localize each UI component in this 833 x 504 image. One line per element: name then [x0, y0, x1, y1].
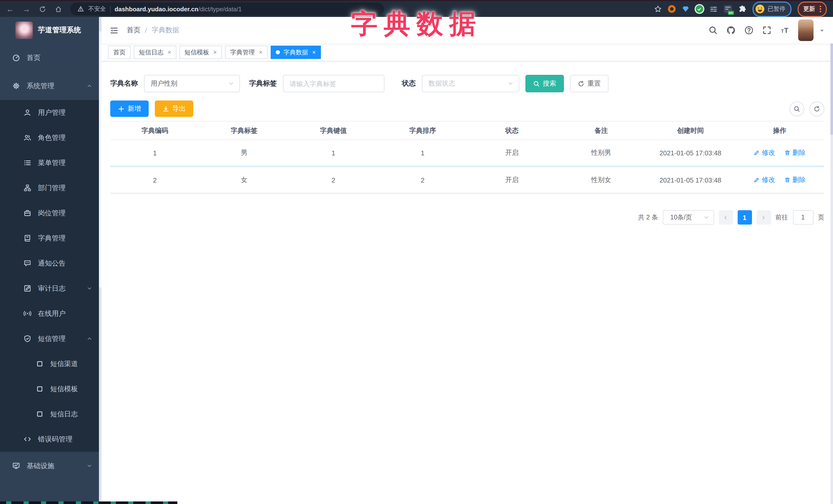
tab-dict-data[interactable]: 字典数据× — [271, 46, 321, 59]
sidebar-item-home[interactable]: 首页 — [0, 44, 101, 72]
export-button[interactable]: 导出 — [155, 100, 193, 117]
data-table: 字典编码 字典标签 字典键值 字典排序 状态 备注 创建时间 操作 — [110, 121, 824, 194]
user-avatar[interactable] — [798, 20, 813, 41]
extension-gem-icon[interactable] — [682, 5, 689, 13]
tab-sms-template[interactable]: 短信模板× — [180, 46, 222, 59]
sidebar-item-sms-log[interactable]: 短信日志 — [0, 402, 101, 427]
toggle-search-button[interactable] — [789, 101, 804, 116]
add-button[interactable]: 新增 — [110, 100, 149, 117]
chevron-down-icon — [703, 214, 709, 220]
extension-green-check-icon[interactable] — [695, 5, 703, 13]
sidebar-collapse-icon[interactable] — [110, 26, 118, 34]
sidebar-item-dict-management[interactable]: 字典管理 — [0, 225, 101, 251]
shield-check-icon — [24, 335, 31, 342]
dict-name-value: 用户性别 — [151, 79, 177, 88]
browser-back-button[interactable]: ← — [6, 5, 14, 13]
browser-home-button[interactable] — [55, 5, 62, 13]
github-icon[interactable] — [727, 26, 736, 35]
status-label: 状态 — [402, 79, 416, 88]
page-size-select[interactable]: 10条/页 — [663, 210, 714, 224]
reset-button[interactable]: 重置 — [570, 75, 609, 92]
breadcrumb-separator: / — [145, 26, 147, 34]
help-icon[interactable] — [744, 26, 754, 35]
col-dict-code: 字典编码 — [110, 121, 199, 140]
refresh-table-button[interactable] — [809, 101, 824, 116]
search-button[interactable]: 搜索 — [525, 75, 564, 92]
edit-link[interactable]: 修改 — [754, 175, 775, 185]
sync-paused-label: 已暂停 — [768, 5, 785, 13]
font-size-icon[interactable] — [780, 26, 789, 35]
chevron-right-icon — [761, 215, 766, 220]
list-icon — [24, 159, 31, 167]
sidebar-item-user-management[interactable]: 用户管理 — [0, 100, 101, 125]
close-icon[interactable]: × — [259, 49, 262, 55]
sidebar-item-sms-management[interactable]: 短信管理 — [0, 326, 101, 351]
edit-link[interactable]: 修改 — [754, 148, 775, 158]
browser-menu-dots-icon[interactable] — [820, 6, 821, 12]
sidebar-logo-row[interactable]: 芋道管理系统 — [0, 17, 101, 44]
url-text: dashboard.yudao.iocoder.cn/dict/type/dat… — [115, 5, 242, 13]
table-header-row: 字典编码 字典标签 字典键值 字典排序 状态 备注 创建时间 操作 — [110, 121, 824, 140]
sidebar-item-role-management[interactable]: 角色管理 — [0, 125, 101, 150]
dict-name-select[interactable]: 用户性别 — [144, 75, 240, 92]
status-value: 开启 — [467, 140, 556, 166]
refresh-icon — [578, 80, 585, 87]
browser-address-bar[interactable]: 不安全 dashboard.yudao.iocoder.cn/dict/type… — [70, 3, 384, 16]
speech-bubble-icon — [24, 259, 31, 267]
total-count-label: 共 2 条 — [638, 213, 658, 222]
sidebar-item-post-management[interactable]: 岗位管理 — [0, 200, 101, 225]
sidebar-item-online-users[interactable]: 在线用户 — [0, 301, 101, 326]
close-icon[interactable]: × — [312, 49, 316, 55]
tab-sms-log[interactable]: 短信日志× — [134, 46, 176, 59]
dict-label-input[interactable] — [283, 75, 384, 92]
delete-link[interactable]: 删除 — [784, 148, 806, 158]
browser-update-button[interactable]: 更新 — [798, 1, 827, 17]
sidebar-item-sms-template[interactable]: 短信模板 — [0, 376, 101, 402]
close-icon[interactable]: × — [213, 49, 217, 55]
extensions-puzzle-icon[interactable] — [738, 5, 746, 13]
gear-icon — [12, 82, 20, 90]
prev-page-button[interactable] — [718, 210, 733, 224]
chevron-down-icon — [87, 463, 92, 469]
sidebar-item-menu-management[interactable]: 菜单管理 — [0, 150, 101, 175]
trash-icon — [784, 177, 790, 183]
extension-orange-ring-icon[interactable] — [668, 5, 675, 13]
status-select[interactable]: 数据状态 — [422, 75, 519, 92]
sidebar-item-audit-log[interactable]: 审计日志 — [0, 276, 101, 301]
browser-forward-button[interactable]: → — [23, 5, 30, 13]
goto-page-input[interactable] — [793, 210, 813, 224]
sidebar-item-notice[interactable]: 通知公告 — [0, 251, 101, 276]
bookmark-star-icon[interactable] — [654, 5, 662, 13]
annotation-title: 字典数据 — [351, 6, 482, 42]
next-page-button[interactable] — [756, 210, 771, 224]
download-icon — [163, 105, 169, 112]
goto-label: 前往 — [775, 213, 788, 222]
tab-dict-management[interactable]: 字典管理× — [225, 46, 268, 59]
fullscreen-icon[interactable] — [762, 26, 771, 35]
sidebar-scrollbar[interactable] — [99, 17, 101, 504]
caret-down-icon[interactable] — [819, 27, 825, 33]
tabs-bar: 首页 短信日志× 短信模板× 字典管理× 字典数据× — [101, 44, 833, 62]
sidebar-item-system-management[interactable]: 系统管理 — [0, 72, 101, 100]
close-icon[interactable]: × — [168, 49, 171, 55]
filter-form: 字典名称 用户性别 字典标签 状态 数据状态 搜索 重置 — [110, 75, 824, 92]
extension-on-badge-icon[interactable]: on — [723, 5, 732, 13]
sidebar-item-dept-management[interactable]: 部门管理 — [0, 175, 101, 200]
page-number-1[interactable]: 1 — [737, 210, 752, 224]
tab-home[interactable]: 首页 — [108, 46, 131, 59]
sidebar-item-infrastructure[interactable]: 基础设施 — [0, 452, 101, 480]
toolbar-right — [789, 101, 824, 116]
delete-link[interactable]: 删除 — [784, 175, 806, 185]
search-icon[interactable] — [709, 26, 718, 35]
status-value: 开启 — [467, 166, 556, 193]
dict-label-label: 字典标签 — [249, 79, 277, 88]
browser-profile-button[interactable]: 已暂停 — [752, 1, 791, 17]
sidebar-item-error-code[interactable]: 错误码管理 — [0, 427, 101, 452]
col-status: 状态 — [467, 121, 556, 140]
sidebar-item-sms-channel[interactable]: 短信渠道 — [0, 351, 101, 376]
extension-sliders-icon[interactable] — [709, 5, 717, 13]
page-scrollbar[interactable] — [830, 17, 833, 504]
breadcrumb-home[interactable]: 首页 — [127, 26, 140, 35]
pagination: 共 2 条 10条/页 1 前往 页 — [110, 210, 824, 224]
browser-reload-button[interactable] — [39, 5, 46, 13]
